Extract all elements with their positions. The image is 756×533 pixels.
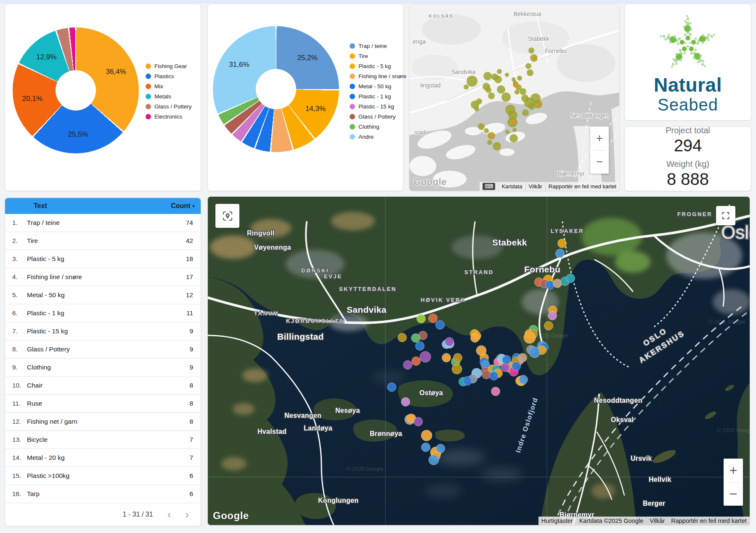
mini-map-zoom-control: + −: [590, 127, 609, 174]
weight-value: 8 888: [667, 170, 709, 189]
table-row[interactable]: 15.Plastic >100kg6: [5, 467, 201, 485]
table-row[interactable]: 12.Fishing net / garn8: [5, 413, 201, 431]
legend-item: Fishing Gear: [146, 63, 192, 69]
legend-label: Plastic - 15 kg: [358, 103, 394, 110]
map-data-link[interactable]: Kartdata: [498, 182, 525, 191]
pan-to-location-button[interactable]: [215, 204, 239, 228]
pagination-next-button[interactable]: ›: [185, 509, 189, 520]
mini-map-canvas[interactable]: KOLSÅSBekkestuaStabekkFornebuengaSandvik…: [409, 4, 620, 191]
legend-color-dot: [350, 124, 355, 129]
brand-logo-card: Natural Seabed: [624, 4, 751, 121]
keyboard-shortcuts-link[interactable]: Hurtigtaster: [538, 517, 576, 525]
row-item-text: Fishing net / garn: [27, 418, 189, 425]
row-number: 5.: [5, 291, 27, 299]
row-count-value: 6: [189, 472, 201, 480]
fullscreen-button[interactable]: [716, 206, 735, 225]
row-count-value: 18: [186, 255, 201, 263]
legend-label: Clothing: [358, 124, 379, 130]
row-number: 3.: [5, 255, 27, 263]
svg-text:Landøya: Landøya: [304, 425, 332, 432]
svg-text:Nesoddtangen: Nesoddtangen: [570, 112, 609, 119]
table-row[interactable]: 14.Metal - 20 kg7: [5, 449, 201, 467]
report-map-error-link[interactable]: Rapportér en feil med kartet: [545, 182, 619, 191]
page-top-strip: [0, 0, 756, 3]
svg-text:Hellvik: Hellvik: [649, 476, 671, 483]
table-row[interactable]: 3.Plastic - 5 kg18: [5, 250, 201, 268]
slice-label: 25,2%: [297, 54, 318, 62]
row-number: 13.: [5, 436, 27, 443]
svg-text:Brønnøya: Brønnøya: [370, 430, 402, 437]
svg-text:Nesøya: Nesøya: [335, 407, 360, 414]
svg-text:Sandvika: Sandvika: [451, 69, 476, 75]
legend-color-dot: [350, 53, 355, 59]
table-row[interactable]: 13.Bicycle7: [5, 431, 201, 449]
map-data-link[interactable]: Kartdata ©2025 Google: [576, 517, 647, 525]
legend-item: Metals: [146, 93, 192, 100]
zoom-out-button[interactable]: −: [724, 482, 743, 506]
legend-label: Glass / Pottery: [358, 113, 396, 120]
zoom-in-button[interactable]: +: [590, 127, 609, 150]
totals-scorecard: Project total 294 Weight (kg) 8 888: [624, 127, 751, 191]
legend-color-dot: [146, 84, 151, 89]
table-row[interactable]: 7.Plastic - 15 kg9: [5, 322, 201, 340]
slice-label: 20,1%: [22, 95, 42, 103]
location-pin-icon: [221, 210, 234, 222]
svg-text:Oksval: Oksval: [611, 416, 634, 423]
row-count-value: 11: [186, 309, 201, 317]
table-row[interactable]: 5.Metal - 50 kg12: [5, 286, 201, 304]
table-row[interactable]: 2.Tire42: [5, 232, 201, 250]
mini-map-attribution: ⌨ Kartdata Vilkår Rapportér en feil med …: [480, 182, 619, 191]
table-row[interactable]: 1.Trap / teine74: [5, 214, 201, 232]
legend-color-dot: [350, 84, 355, 89]
google-logo[interactable]: Google: [213, 510, 249, 522]
brand-name-line2: Seabed: [658, 95, 718, 114]
svg-text:Hvalstad: Hvalstad: [257, 428, 286, 435]
svg-text:Fornebu: Fornebu: [545, 47, 567, 54]
slice-label: 12,9%: [36, 53, 56, 61]
slice-label: 36,4%: [106, 68, 126, 76]
svg-text:Fornebu: Fornebu: [524, 264, 560, 274]
table-row[interactable]: 8.Glass / Pottery9: [5, 340, 201, 359]
svg-text:enga: enga: [413, 38, 426, 45]
row-number: 10.: [5, 382, 27, 389]
item-donut-card: 25,2%14,3%31,6% Trap / teineTirePlastic …: [207, 4, 403, 191]
main-map-attribution: Hurtigtaster Kartdata ©2025 Google Vilkå…: [538, 517, 750, 525]
row-item-text: Glass / Pottery: [27, 346, 189, 353]
row-number: 16.: [5, 490, 27, 498]
table-row[interactable]: 16.Tarp6: [5, 485, 201, 503]
legend-label: Metals: [154, 93, 171, 100]
legend-item: Glass / Pottery: [350, 113, 406, 120]
svg-text:SKYTTERDALEN: SKYTTERDALEN: [339, 286, 397, 292]
row-count-value: 7: [189, 454, 201, 462]
item-donut-chart[interactable]: 25,2%14,3%31,6%: [213, 26, 339, 152]
row-count-value: 9: [189, 364, 201, 371]
svg-text:Ursvik: Ursvik: [631, 455, 652, 462]
zoom-out-button[interactable]: −: [590, 150, 609, 174]
column-header-count[interactable]: Count ▾: [171, 202, 201, 210]
legend-label: Plastics: [154, 73, 174, 79]
terms-link[interactable]: Vilkår: [646, 517, 668, 525]
legend-label: Trap / teine: [358, 43, 387, 49]
report-map-error-link[interactable]: Rapportér en feil med kartet: [668, 517, 750, 525]
main-satellite-map[interactable]: © 2025 Google© 2025 Google© 2025 Google©…: [207, 196, 750, 525]
zoom-in-button[interactable]: +: [724, 459, 743, 482]
svg-text:Nesvangen: Nesvangen: [284, 412, 321, 419]
table-row[interactable]: 10.Chair8: [5, 377, 201, 395]
legend-color-dot: [350, 63, 355, 69]
legend-color-dot: [350, 94, 355, 99]
table-row[interactable]: 6.Plastic - 1 kg11: [5, 304, 201, 322]
keyboard-shortcuts-button[interactable]: ⌨: [480, 182, 498, 191]
svg-text:© 2025 Google: © 2025 Google: [708, 319, 745, 325]
terms-link[interactable]: Vilkår: [525, 182, 545, 191]
category-donut-chart[interactable]: 36,4%25,5%20,1%12,9%: [13, 27, 139, 153]
legend-label: Metal - 50 kg: [358, 83, 391, 90]
row-item-text: Clothing: [27, 364, 189, 371]
table-row[interactable]: 4.Fishing line / snøre17: [5, 268, 201, 286]
legend-color-dot: [350, 104, 355, 109]
pagination-prev-button[interactable]: ‹: [167, 509, 171, 520]
table-row[interactable]: 9.Clothing9: [5, 359, 201, 377]
column-header-text[interactable]: Text: [5, 202, 171, 210]
google-logo[interactable]: Google: [414, 177, 447, 187]
legend-label: Fishing line / snøre: [358, 73, 406, 79]
table-row[interactable]: 11.Ruse8: [5, 395, 201, 413]
